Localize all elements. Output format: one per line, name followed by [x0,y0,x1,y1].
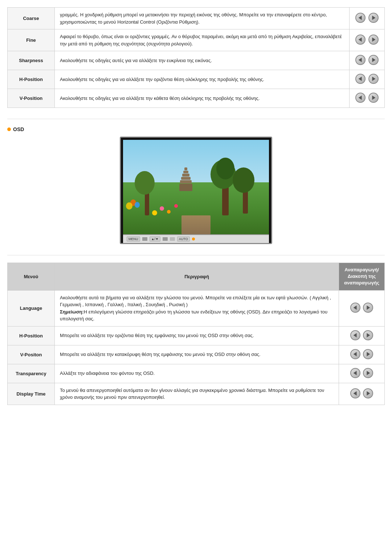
bot-row-label-4: Display Time [8,383,55,405]
row-desc-1: Αφαιρεί το θόρυβο, όπως είναι οι οριζόντ… [55,29,350,51]
table-header-row: Μενού Περιγραφή Αναπαραγωγή/Διακοπή της … [8,263,385,291]
header-menu: Μενού [8,263,55,291]
left-btn-4[interactable] [355,93,366,103]
row-label-2: Sharpness [8,51,55,70]
row-desc-3: Ακολουθήστε τις οδηγίες για να αλλάξετε … [55,70,350,89]
osd-title: OSD [7,126,385,132]
bot-row-btns-4 [339,383,385,405]
bot-row-label-3: Transparency [8,364,55,383]
left-btn-2[interactable] [355,55,366,65]
bot-left-btn-1[interactable] [350,330,360,340]
row-label-0: Coarse [8,8,55,29]
table-row: Sharpness Ακολουθήστε τις οδηγίες αυτές … [8,51,385,70]
tree-leaves-4 [233,167,254,193]
pagoda-base [179,184,192,191]
row-btns-0 [350,8,385,29]
row-btns-1 [350,29,385,51]
table-row: H-Position Ακολουθήστε τις οδηγίες για ν… [8,70,385,89]
left-btn-0[interactable] [355,13,366,23]
bot-row-btns-0 [339,290,385,326]
bot-row-desc-4: Το μενού θα απενεργοποιηθεί αυτόματα αν … [55,383,339,405]
table-row: Display Time Το μενού θα απενεργοποιηθεί… [8,383,385,405]
right-btn-1[interactable] [368,35,379,45]
row-desc-4: Ακολουθήστε τις οδηγίες για να αλλάξετε … [55,89,350,108]
path [181,215,211,234]
right-btn-4[interactable] [368,93,379,103]
row-label-1: Fine [8,29,55,51]
bot-right-btn-0[interactable] [363,303,373,313]
right-btn-3[interactable] [368,74,379,84]
bot-row-label-1: H-Position [8,326,55,345]
row-label-3: H-Position [8,70,55,89]
monitor-bezel: MENU ▲/▼ AUTO [123,234,269,243]
top-settings-table: Coarse γραμμές. Η χονδρική ρύθμιση μπορε… [7,7,385,108]
bot-right-btn-1[interactable] [363,330,373,340]
osd-label: OSD [13,126,24,132]
row-btns-3 [350,70,385,89]
bot-row-desc-0: Ακολουθήστε αυτά τα βήματα για να αλλάξε… [55,290,339,326]
monitor-frame: MENU ▲/▼ AUTO [120,137,272,244]
header-desc: Περιγραφή [55,263,339,291]
bezel-auto-button[interactable]: AUTO [177,236,190,242]
osd-section: OSD [7,126,385,244]
left-btn-3[interactable] [355,74,366,84]
bot-row-btns-1 [339,326,385,345]
bot-row-desc-2: Μπορείτε να αλλάξετε την κατακόρυφη θέση… [55,345,339,364]
right-btn-0[interactable] [368,13,379,23]
flower-4 [174,204,178,208]
table-row: V-Positon Μπορείτε να αλλάξετε την κατακ… [8,345,385,364]
bot-left-btn-3[interactable] [350,368,360,378]
table-row: Language Ακολουθήστε αυτά τα βήματα για … [8,290,385,326]
header-btns: Αναπαραγωγή/Διακοπή της αναπαραγωγής [339,263,385,291]
bot-row-desc-3: Αλλάξτε την αδιαφάνεια του φόντου της OS… [55,364,339,383]
table-row: H-Position Μπορείτε να αλλάξετε την οριζ… [8,326,385,345]
bot-row-btns-3 [339,364,385,383]
pagoda-tier-1 [184,167,187,170]
row-desc-2: Ακολουθήστε τις οδηγίες αυτές για να αλλ… [55,51,350,70]
table-row: Transparency Αλλάξτε την αδιαφάνεια του … [8,364,385,383]
bottom-settings-table: Μενού Περιγραφή Αναπαραγωγή/Διακοπή της … [7,263,385,405]
divider-2 [7,255,385,255]
bezel-power-dot [192,238,195,240]
right-btn-2[interactable] [368,55,379,65]
bezel-menu-button[interactable]: MENU [127,236,140,242]
bot-row-desc-1: Μπορείτε να αλλάξετε την οριζόντια θέση … [55,326,339,345]
tree-leaves-3 [135,171,155,195]
osd-dot-icon [7,127,11,131]
bot-right-btn-3[interactable] [363,368,373,378]
pagoda-tier-3 [182,174,189,177]
bezel-icon-3 [170,237,175,241]
pagoda-tier-5 [180,180,192,183]
bot-left-btn-0[interactable] [350,303,360,313]
monitor-screen [123,140,269,234]
bezel-updown-button[interactable]: ▲/▼ [150,236,160,242]
row-btns-4 [350,89,385,108]
monitor-container: MENU ▲/▼ AUTO [7,137,385,244]
pagoda-tier-2 [183,171,188,173]
table-row: Fine Αφαιρεί το θόρυβο, όπως είναι οι ορ… [8,29,385,51]
bot-right-btn-4[interactable] [363,388,373,398]
bot-left-btn-2[interactable] [350,349,360,359]
flower-2 [167,210,171,214]
bot-row-label-0: Language [8,290,55,326]
left-btn-1[interactable] [355,35,366,45]
table-row: Coarse γραμμές. Η χονδρική ρύθμιση μπορε… [8,8,385,29]
pagoda [179,167,193,197]
divider [7,119,385,119]
bot-row-btns-2 [339,345,385,364]
bezel-icon-1 [142,237,147,241]
row-btns-2 [350,51,385,70]
table-row: V-Position Ακολουθήστε τις οδηγίες για ν… [8,89,385,108]
bezel-icon-2 [163,237,168,241]
row-desc-0: γραμμές. Η χονδρική ρύθμιση μπορεί να με… [55,8,350,29]
pagoda-tier-4 [181,177,191,180]
bot-row-label-2: V-Positon [8,345,55,364]
bot-right-btn-2[interactable] [363,349,373,359]
bot-left-btn-4[interactable] [350,388,360,398]
row-label-4: V-Position [8,89,55,108]
flower-1 [160,206,164,211]
